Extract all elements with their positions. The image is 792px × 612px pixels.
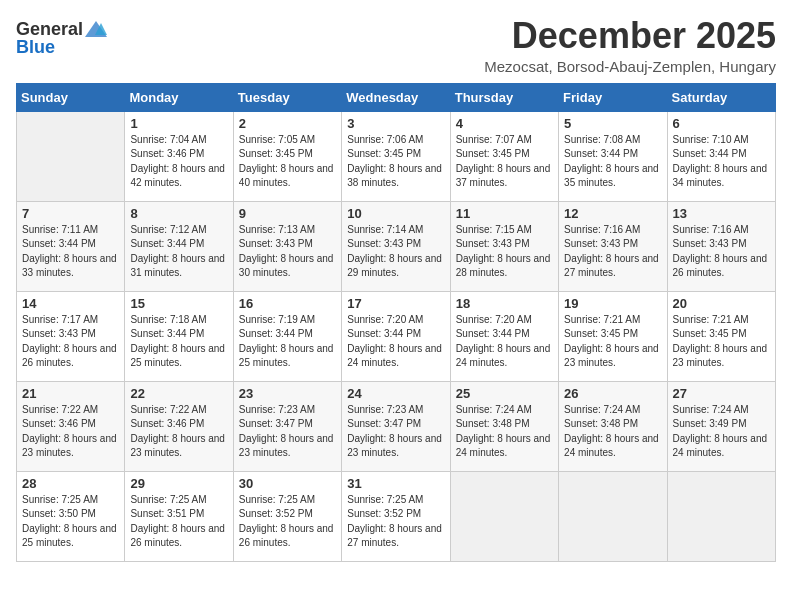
day-number: 14: [22, 296, 119, 311]
calendar-cell: 6 Sunrise: 7:10 AMSunset: 3:44 PMDayligh…: [667, 111, 775, 201]
location-title: Mezocsat, Borsod-Abauj-Zemplen, Hungary: [484, 58, 776, 75]
cell-info: Sunrise: 7:16 AMSunset: 3:43 PMDaylight:…: [673, 223, 770, 281]
day-number: 8: [130, 206, 227, 221]
day-number: 9: [239, 206, 336, 221]
calendar-cell: 31 Sunrise: 7:25 AMSunset: 3:52 PMDaylig…: [342, 471, 450, 561]
day-number: 18: [456, 296, 553, 311]
day-number: 29: [130, 476, 227, 491]
calendar-cell: 23 Sunrise: 7:23 AMSunset: 3:47 PMDaylig…: [233, 381, 341, 471]
week-row-1: 7 Sunrise: 7:11 AMSunset: 3:44 PMDayligh…: [17, 201, 776, 291]
day-header-friday: Friday: [559, 83, 667, 111]
calendar-cell: [450, 471, 558, 561]
calendar-cell: 30 Sunrise: 7:25 AMSunset: 3:52 PMDaylig…: [233, 471, 341, 561]
day-number: 2: [239, 116, 336, 131]
header-row: SundayMondayTuesdayWednesdayThursdayFrid…: [17, 83, 776, 111]
day-number: 10: [347, 206, 444, 221]
cell-info: Sunrise: 7:22 AMSunset: 3:46 PMDaylight:…: [22, 403, 119, 461]
day-number: 11: [456, 206, 553, 221]
calendar-cell: 1 Sunrise: 7:04 AMSunset: 3:46 PMDayligh…: [125, 111, 233, 201]
day-number: 19: [564, 296, 661, 311]
day-number: 25: [456, 386, 553, 401]
day-number: 3: [347, 116, 444, 131]
cell-info: Sunrise: 7:24 AMSunset: 3:48 PMDaylight:…: [456, 403, 553, 461]
day-number: 15: [130, 296, 227, 311]
day-number: 16: [239, 296, 336, 311]
calendar-cell: 11 Sunrise: 7:15 AMSunset: 3:43 PMDaylig…: [450, 201, 558, 291]
calendar-table: SundayMondayTuesdayWednesdayThursdayFrid…: [16, 83, 776, 562]
day-number: 7: [22, 206, 119, 221]
calendar-cell: 19 Sunrise: 7:21 AMSunset: 3:45 PMDaylig…: [559, 291, 667, 381]
calendar-cell: 24 Sunrise: 7:23 AMSunset: 3:47 PMDaylig…: [342, 381, 450, 471]
cell-info: Sunrise: 7:12 AMSunset: 3:44 PMDaylight:…: [130, 223, 227, 281]
day-number: 30: [239, 476, 336, 491]
day-number: 5: [564, 116, 661, 131]
page-header: General Blue December 2025 Mezocsat, Bor…: [16, 16, 776, 75]
day-number: 13: [673, 206, 770, 221]
calendar-cell: 15 Sunrise: 7:18 AMSunset: 3:44 PMDaylig…: [125, 291, 233, 381]
cell-info: Sunrise: 7:11 AMSunset: 3:44 PMDaylight:…: [22, 223, 119, 281]
cell-info: Sunrise: 7:06 AMSunset: 3:45 PMDaylight:…: [347, 133, 444, 191]
cell-info: Sunrise: 7:05 AMSunset: 3:45 PMDaylight:…: [239, 133, 336, 191]
day-number: 26: [564, 386, 661, 401]
calendar-cell: 9 Sunrise: 7:13 AMSunset: 3:43 PMDayligh…: [233, 201, 341, 291]
calendar-cell: 4 Sunrise: 7:07 AMSunset: 3:45 PMDayligh…: [450, 111, 558, 201]
cell-info: Sunrise: 7:04 AMSunset: 3:46 PMDaylight:…: [130, 133, 227, 191]
cell-info: Sunrise: 7:21 AMSunset: 3:45 PMDaylight:…: [673, 313, 770, 371]
calendar-cell: 8 Sunrise: 7:12 AMSunset: 3:44 PMDayligh…: [125, 201, 233, 291]
logo-icon: [85, 21, 107, 37]
cell-info: Sunrise: 7:23 AMSunset: 3:47 PMDaylight:…: [239, 403, 336, 461]
calendar-cell: 20 Sunrise: 7:21 AMSunset: 3:45 PMDaylig…: [667, 291, 775, 381]
day-header-saturday: Saturday: [667, 83, 775, 111]
calendar-cell: [17, 111, 125, 201]
calendar-cell: 26 Sunrise: 7:24 AMSunset: 3:48 PMDaylig…: [559, 381, 667, 471]
day-header-monday: Monday: [125, 83, 233, 111]
calendar-cell: 7 Sunrise: 7:11 AMSunset: 3:44 PMDayligh…: [17, 201, 125, 291]
calendar-cell: 10 Sunrise: 7:14 AMSunset: 3:43 PMDaylig…: [342, 201, 450, 291]
cell-info: Sunrise: 7:23 AMSunset: 3:47 PMDaylight:…: [347, 403, 444, 461]
cell-info: Sunrise: 7:20 AMSunset: 3:44 PMDaylight:…: [456, 313, 553, 371]
calendar-cell: 14 Sunrise: 7:17 AMSunset: 3:43 PMDaylig…: [17, 291, 125, 381]
calendar-cell: 16 Sunrise: 7:19 AMSunset: 3:44 PMDaylig…: [233, 291, 341, 381]
day-header-tuesday: Tuesday: [233, 83, 341, 111]
day-number: 27: [673, 386, 770, 401]
calendar-cell: 2 Sunrise: 7:05 AMSunset: 3:45 PMDayligh…: [233, 111, 341, 201]
calendar-cell: 18 Sunrise: 7:20 AMSunset: 3:44 PMDaylig…: [450, 291, 558, 381]
calendar-cell: 29 Sunrise: 7:25 AMSunset: 3:51 PMDaylig…: [125, 471, 233, 561]
cell-info: Sunrise: 7:24 AMSunset: 3:48 PMDaylight:…: [564, 403, 661, 461]
day-number: 17: [347, 296, 444, 311]
week-row-4: 28 Sunrise: 7:25 AMSunset: 3:50 PMDaylig…: [17, 471, 776, 561]
day-number: 20: [673, 296, 770, 311]
calendar-cell: 3 Sunrise: 7:06 AMSunset: 3:45 PMDayligh…: [342, 111, 450, 201]
month-title: December 2025: [484, 16, 776, 56]
cell-info: Sunrise: 7:25 AMSunset: 3:52 PMDaylight:…: [239, 493, 336, 551]
day-number: 12: [564, 206, 661, 221]
cell-info: Sunrise: 7:25 AMSunset: 3:51 PMDaylight:…: [130, 493, 227, 551]
logo-blue: Blue: [16, 38, 55, 56]
cell-info: Sunrise: 7:08 AMSunset: 3:44 PMDaylight:…: [564, 133, 661, 191]
logo: General Blue: [16, 20, 107, 56]
calendar-cell: 28 Sunrise: 7:25 AMSunset: 3:50 PMDaylig…: [17, 471, 125, 561]
calendar-cell: 5 Sunrise: 7:08 AMSunset: 3:44 PMDayligh…: [559, 111, 667, 201]
calendar-cell: 12 Sunrise: 7:16 AMSunset: 3:43 PMDaylig…: [559, 201, 667, 291]
cell-info: Sunrise: 7:15 AMSunset: 3:43 PMDaylight:…: [456, 223, 553, 281]
cell-info: Sunrise: 7:21 AMSunset: 3:45 PMDaylight:…: [564, 313, 661, 371]
day-header-sunday: Sunday: [17, 83, 125, 111]
logo-general: General: [16, 20, 83, 38]
day-header-wednesday: Wednesday: [342, 83, 450, 111]
calendar-cell: [667, 471, 775, 561]
calendar-cell: 13 Sunrise: 7:16 AMSunset: 3:43 PMDaylig…: [667, 201, 775, 291]
cell-info: Sunrise: 7:13 AMSunset: 3:43 PMDaylight:…: [239, 223, 336, 281]
cell-info: Sunrise: 7:07 AMSunset: 3:45 PMDaylight:…: [456, 133, 553, 191]
calendar-cell: 17 Sunrise: 7:20 AMSunset: 3:44 PMDaylig…: [342, 291, 450, 381]
cell-info: Sunrise: 7:14 AMSunset: 3:43 PMDaylight:…: [347, 223, 444, 281]
title-block: December 2025 Mezocsat, Borsod-Abauj-Zem…: [484, 16, 776, 75]
cell-info: Sunrise: 7:19 AMSunset: 3:44 PMDaylight:…: [239, 313, 336, 371]
day-number: 28: [22, 476, 119, 491]
day-number: 1: [130, 116, 227, 131]
day-header-thursday: Thursday: [450, 83, 558, 111]
calendar-cell: 21 Sunrise: 7:22 AMSunset: 3:46 PMDaylig…: [17, 381, 125, 471]
day-number: 6: [673, 116, 770, 131]
week-row-2: 14 Sunrise: 7:17 AMSunset: 3:43 PMDaylig…: [17, 291, 776, 381]
day-number: 23: [239, 386, 336, 401]
cell-info: Sunrise: 7:16 AMSunset: 3:43 PMDaylight:…: [564, 223, 661, 281]
